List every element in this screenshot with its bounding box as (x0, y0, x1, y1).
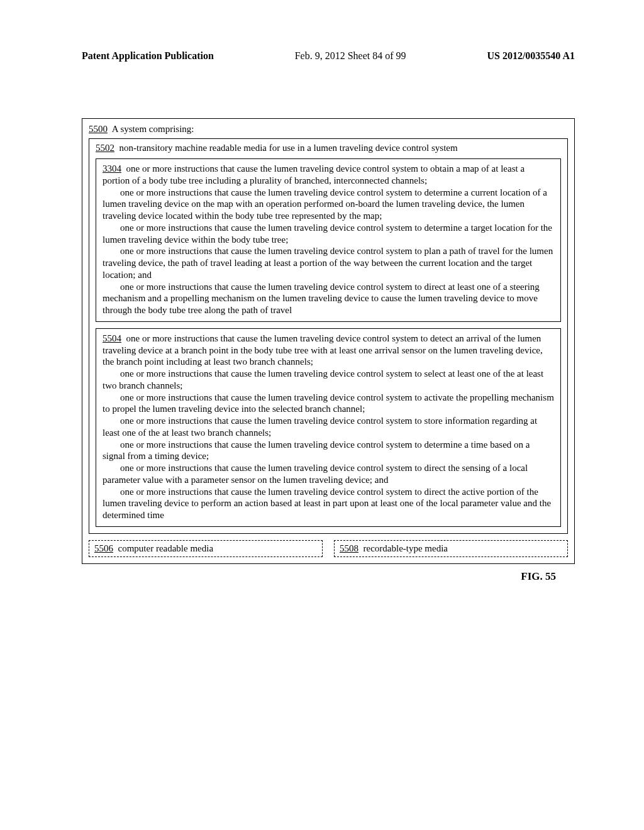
box-5500: 5500 A system comprising: 5502 non-trans… (82, 118, 575, 564)
box-3304-p5: one or more instructions that cause the … (103, 281, 554, 316)
box-3304-p2: one or more instructions that cause the … (103, 187, 554, 222)
box-5508: 5508 recordable-type media (334, 540, 568, 557)
box-5504-p1: 5504 one or more instructions that cause… (103, 333, 554, 368)
page-container: Patent Application Publication Feb. 9, 2… (0, 0, 644, 621)
box-5504-p3: one or more instructions that cause the … (103, 392, 554, 416)
box-5502-title: 5502 non-transitory machine readable med… (96, 143, 561, 153)
box-3304-p3: one or more instructions that cause the … (103, 222, 554, 246)
box-5506: 5506 computer readable media (89, 540, 323, 557)
box-5500-title: 5500 A system comprising: (89, 124, 568, 135)
box-5504-p4: one or more instructions that cause the … (103, 415, 554, 439)
ref-5506: 5506 (94, 543, 113, 553)
ref-5508: 5508 (340, 543, 358, 553)
dashed-row: 5506 computer readable media 5508 record… (89, 540, 568, 557)
box-5504: 5504 one or more instructions that cause… (96, 328, 561, 527)
page-header: Patent Application Publication Feb. 9, 2… (82, 50, 575, 62)
box-5504-p7: one or more instructions that cause the … (103, 486, 554, 521)
box-3304: 3304 one or more instructions that cause… (96, 158, 561, 322)
box-5502-text: non-transitory machine readable media fo… (119, 143, 458, 153)
figure-label: FIG. 55 (82, 570, 575, 583)
box-5500-text: A system comprising: (112, 124, 194, 134)
header-left: Patent Application Publication (82, 50, 214, 62)
ref-5504: 5504 (103, 333, 121, 343)
ref-3304: 3304 (103, 163, 121, 174)
box-5502: 5502 non-transitory machine readable med… (89, 138, 568, 534)
header-center: Feb. 9, 2012 Sheet 84 of 99 (295, 50, 406, 62)
header-right: US 2012/0035540 A1 (487, 50, 575, 62)
box-5506-text: computer readable media (118, 543, 214, 553)
ref-5500: 5500 (89, 124, 108, 134)
box-5504-p5: one or more instructions that cause the … (103, 439, 554, 463)
box-3304-p1: 3304 one or more instructions that cause… (103, 163, 554, 187)
box-5504-p6: one or more instructions that cause the … (103, 462, 554, 486)
box-3304-p4: one or more instructions that cause the … (103, 245, 554, 280)
box-5504-p2: one or more instructions that cause the … (103, 368, 554, 392)
box-5504-p1-text: one or more instructions that cause the … (103, 333, 543, 367)
box-3304-p1-text: one or more instructions that cause the … (103, 163, 525, 185)
box-5508-text: recordable-type media (364, 543, 448, 553)
ref-5502: 5502 (96, 143, 114, 153)
